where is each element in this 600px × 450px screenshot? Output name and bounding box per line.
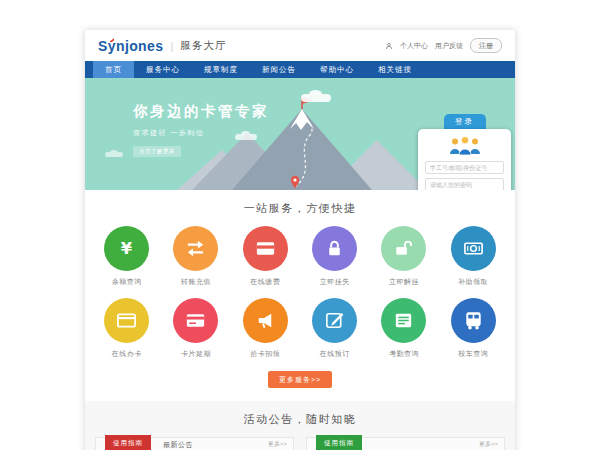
user-feedback-link[interactable]: 用户反馈 [435, 41, 463, 51]
nav-item-links[interactable]: 相关链接 [366, 61, 424, 78]
edit-icon [323, 309, 346, 332]
transfer-icon [184, 237, 207, 260]
service-card-renewal[interactable]: 卡片延期 [161, 298, 230, 359]
services-title: 一站服务，方便快捷 [85, 201, 515, 216]
hero-subtitle: 需求捷径 一步到位 [133, 128, 269, 138]
more-services-button[interactable]: 更多服务>> [268, 371, 332, 388]
announcements-title: 活动公告，随时知晓 [95, 412, 505, 427]
bus-icon [462, 309, 485, 332]
cloud-icon [105, 152, 123, 157]
banknote-icon [462, 237, 485, 260]
services-section: 一站服务，方便快捷 ¥ 余额查询 转账充值 在线缴费 [85, 190, 515, 401]
main-nav: 首页 服务中心 规章制度 新闻公告 帮助中心 相关链接 [85, 61, 515, 78]
site-name: 服务大厅 [180, 39, 226, 53]
yen-icon: ¥ [115, 237, 138, 260]
unlock-icon [392, 237, 415, 260]
more-link[interactable]: 更多>> [268, 440, 287, 449]
nav-item-home[interactable]: 首页 [93, 61, 134, 78]
hero-banner: 你身边的卡管专家 需求捷径 一步到位 点击了解更多 登录 [85, 78, 515, 190]
login-tab[interactable]: 登录 [444, 114, 486, 129]
latest-news-tab[interactable]: 最新公告 [163, 440, 193, 450]
announcement-panel-right: 使用指南 更多>> [306, 437, 505, 450]
megaphone-icon [254, 309, 277, 332]
service-subsidy-collect[interactable]: 补助领取 [439, 226, 508, 287]
page: Synjones | 服务大厅 个人中心 用户反馈 注册 首页 服务中心 规章制… [85, 30, 515, 450]
service-online-card-apply[interactable]: 在线办卡 [92, 298, 161, 359]
service-card-found[interactable]: 拾卡招领 [231, 298, 300, 359]
brand-logo[interactable]: Synjones [98, 38, 163, 54]
nav-item-regulations[interactable]: 规章制度 [192, 61, 250, 78]
hero-cta-button[interactable]: 点击了解更多 [133, 146, 181, 157]
guide-ribbon-tab[interactable]: 使用指南 [316, 435, 362, 450]
service-school-bus-query[interactable]: 校车查询 [439, 298, 508, 359]
nav-item-service-center[interactable]: 服务中心 [134, 61, 192, 78]
personal-center-link[interactable]: 个人中心 [400, 41, 428, 51]
login-panel: 登录 记住用户名 | 忘记密码 [418, 114, 511, 190]
service-online-payment[interactable]: 在线缴费 [231, 226, 300, 287]
guide-ribbon-tab[interactable]: 使用指南 [105, 435, 151, 450]
attendance-icon [392, 309, 415, 332]
top-bar: Synjones | 服务大厅 个人中心 用户反馈 注册 [85, 30, 515, 61]
hero-title: 你身边的卡管专家 [133, 102, 269, 121]
register-button[interactable]: 注册 [470, 38, 502, 53]
announcements-section: 活动公告，随时知晓 使用指南 最新公告 更多>> 使用指南 更多>> [85, 401, 515, 450]
logo-separator: | [170, 40, 173, 52]
lock-icon [323, 237, 346, 260]
card-renew-icon [184, 309, 207, 332]
announcement-panel-left: 使用指南 最新公告 更多>> [95, 437, 294, 450]
service-online-booking[interactable]: 在线预订 [300, 298, 369, 359]
nav-item-help-center[interactable]: 帮助中心 [308, 61, 366, 78]
service-cancel-loss[interactable]: 立即解挂 [369, 226, 438, 287]
person-icon [385, 42, 393, 50]
svg-text:¥: ¥ [121, 239, 133, 258]
services-grid: ¥ 余额查询 转账充值 在线缴费 立即挂失 [92, 226, 508, 359]
new-card-icon [115, 309, 138, 332]
username-input[interactable] [425, 161, 504, 174]
service-transfer-recharge[interactable]: 转账充值 [161, 226, 230, 287]
service-report-loss[interactable]: 立即挂失 [300, 226, 369, 287]
more-link[interactable]: 更多>> [479, 440, 498, 449]
cloud-icon [301, 94, 331, 102]
nav-item-news[interactable]: 新闻公告 [250, 61, 308, 78]
password-input[interactable] [425, 178, 504, 190]
bank-card-icon [254, 237, 277, 260]
service-attendance-query[interactable]: 考勤查询 [369, 298, 438, 359]
users-group-icon [446, 135, 484, 156]
service-balance-inquiry[interactable]: ¥ 余额查询 [92, 226, 161, 287]
